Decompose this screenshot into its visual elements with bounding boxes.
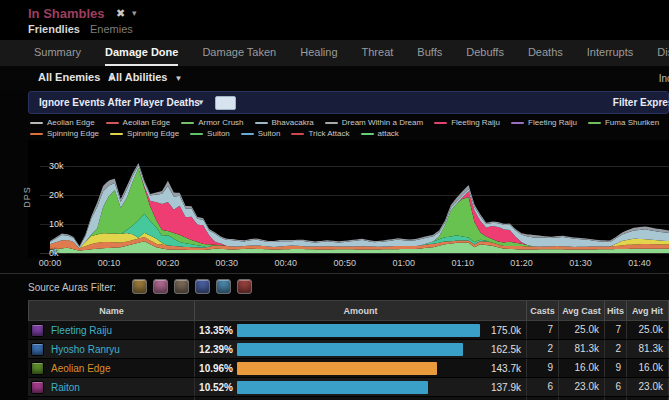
legend-item-suiton[interactable]: Suiton (190, 129, 230, 138)
legend-item-dream-within-a-dream[interactable]: Dream Within a Dream (325, 118, 423, 127)
ability-name-link[interactable]: Fleeting Raiju (51, 325, 112, 336)
amount-cell: 13.35%175.0k (195, 321, 527, 339)
legend-item-bhavacakra[interactable]: Bhavacakra (255, 118, 314, 127)
friendlies-enemies-subnav: FriendliesEnemies (28, 23, 143, 35)
aura-icon-6[interactable] (237, 279, 252, 294)
chart-legend: Aeolian EdgeAeolian EdgeArmor CrushBhava… (30, 117, 669, 139)
name-cell: Fleeting Raiju (28, 321, 195, 339)
close-icon[interactable]: ✖ (116, 7, 125, 20)
avg-cast-cell: 25.0k (559, 321, 605, 339)
legend-item-fuma-shuriken[interactable]: Fuma Shuriken (588, 118, 659, 127)
legend-item-label: Spinning Edge (127, 129, 179, 138)
avg-cast-cell: 23.0k (559, 378, 605, 396)
casts-cell: 2 (527, 340, 559, 358)
tab-buffs[interactable]: Buffs (417, 40, 442, 66)
tab-healing[interactable]: Healing (300, 40, 337, 66)
column-header-casts[interactable]: Casts (527, 301, 559, 320)
damage-amount: 175.0k (480, 325, 526, 336)
x-tick-00-50: 00:50 (333, 258, 356, 268)
legend-item-fleeting-raiju[interactable]: Fleeting Raiju (434, 118, 500, 127)
avg-hit-cell: 81.3k (627, 340, 669, 358)
ignore-deaths-toggle[interactable] (215, 96, 236, 110)
legend-item-spinning-edge[interactable]: Spinning Edge (110, 129, 179, 138)
x-tick-00-40: 00:40 (275, 258, 298, 268)
table-row-fleeting-raiju[interactable]: Fleeting Raiju13.35%175.0k725.0k725.0k (28, 321, 669, 340)
column-header-amount[interactable]: Amount (195, 301, 527, 320)
ability-name-link[interactable]: Raiton (51, 382, 80, 393)
legend-color-mark (434, 122, 447, 124)
aura-icon-2[interactable] (153, 279, 168, 294)
enemies-dropdown-label: All Enemies (38, 71, 100, 83)
amount-cell: 10.52%137.9k (195, 378, 527, 396)
dps-stacked-area-chart[interactable]: DPS 0k10k20k30k (28, 140, 669, 258)
legend-item-trick-attack[interactable]: Trick Attack (291, 129, 349, 138)
legend-item-spinning-edge[interactable]: Spinning Edge (30, 129, 99, 138)
ability-name-link[interactable]: Hyosho Ranryu (51, 344, 120, 355)
filter-expression-link[interactable]: Filter Expression (613, 97, 669, 108)
casts-cell: 9 (527, 359, 559, 377)
ability-name-link[interactable]: Aeolian Edge (51, 363, 111, 374)
chevron-down-icon: ▼ (197, 98, 205, 107)
tab-threat[interactable]: Threat (362, 40, 394, 66)
column-header-hits[interactable]: Hits (605, 301, 627, 320)
ignore-deaths-label[interactable]: Ignore Events After Player Deaths (39, 97, 200, 108)
chevron-down-icon: ▼ (175, 74, 183, 83)
column-header-avg-hit[interactable]: Avg Hit (627, 301, 669, 320)
source-auras-filter-label: Source Auras Filter: (28, 282, 116, 293)
legend-color-mark (30, 133, 43, 135)
table-row-aeolian-edge[interactable]: Aeolian Edge10.96%143.7k916.0k916.0k (28, 359, 669, 378)
column-header-name[interactable]: Name (28, 301, 195, 320)
truncated-right-label[interactable]: Inc (659, 73, 669, 84)
name-cell: Aeolian Edge (28, 359, 195, 377)
legend-item-armor-crush[interactable]: Armor Crush (181, 118, 243, 127)
damage-percent: 10.52% (195, 382, 233, 393)
chart-plot-area[interactable] (28, 140, 669, 258)
legend-item-label: Trick Attack (308, 129, 349, 138)
casts-cell: 7 (527, 321, 559, 339)
table-row-raiton[interactable]: Raiton10.52%137.9k623.0k623.0k (28, 378, 669, 397)
legend-color-mark (361, 133, 374, 135)
avg-cast-cell: 16.0k (559, 359, 605, 377)
column-header-avg-cast[interactable]: Avg Cast (559, 301, 605, 320)
aura-icon-3[interactable] (174, 279, 189, 294)
legend-item-label: Aeolian Edge (123, 118, 171, 127)
tab-summary[interactable]: Summary (34, 40, 81, 66)
tab-deaths[interactable]: Deaths (528, 40, 563, 66)
legend-item-aeolian-edge[interactable]: Aeolian Edge (30, 118, 95, 127)
legend-color-mark (511, 122, 524, 124)
avg-hit-cell: 25.0k (627, 321, 669, 339)
tab-damage-done[interactable]: Damage Done (105, 40, 178, 66)
damage-amount: 137.9k (480, 382, 526, 393)
legend-item-label: Fleeting Raiju (528, 118, 577, 127)
subnav-item-enemies[interactable]: Enemies (90, 23, 133, 35)
abilities-dropdown[interactable]: All Abilities ▼ (108, 71, 182, 83)
tab-dispels[interactable]: Dispels (657, 40, 669, 66)
aura-icon-5[interactable] (216, 279, 231, 294)
hits-cell: 6 (605, 378, 627, 396)
legend-item-label: Fleeting Raiju (451, 118, 500, 127)
report-tab-bar: SummaryDamage DoneDamage TakenHealingThr… (0, 40, 669, 66)
x-tick-00-00: 00:00 (39, 258, 62, 268)
chevron-down-icon[interactable]: ▾ (132, 8, 137, 18)
source-auras-filter-row: Source Auras Filter: (28, 277, 669, 299)
subnav-item-friendlies[interactable]: Friendlies (28, 23, 80, 35)
table-row-hyosho-ranryu[interactable]: Hyosho Ranryu12.39%162.5k281.3k281.3k (28, 340, 669, 359)
legend-item-aeolian-edge[interactable]: Aeolian Edge (106, 118, 171, 127)
aura-icon-4[interactable] (195, 279, 210, 294)
tab-damage-taken[interactable]: Damage Taken (202, 40, 276, 66)
legend-item-fleeting-raiju[interactable]: Fleeting Raiju (511, 118, 577, 127)
y-tick-10k: 10k (49, 219, 64, 229)
legend-item-attack[interactable]: attack (361, 129, 399, 138)
enemies-dropdown[interactable]: All Enemies ▼ (38, 71, 115, 83)
damage-percent: 12.39% (195, 344, 233, 355)
divider (0, 273, 669, 274)
legend-item-suiton[interactable]: Suiton (241, 129, 281, 138)
raiton-ability-icon (31, 381, 44, 394)
tab-interrupts[interactable]: Interrupts (587, 40, 633, 66)
damage-percent: 13.35% (195, 325, 233, 336)
tab-debuffs[interactable]: Debuffs (466, 40, 504, 66)
legend-color-mark (255, 122, 268, 124)
legend-color-mark (181, 122, 194, 124)
aura-icon-1[interactable] (132, 279, 147, 294)
title-bar: In Shambles ✖ ▾ FriendliesEnemies (0, 0, 669, 40)
